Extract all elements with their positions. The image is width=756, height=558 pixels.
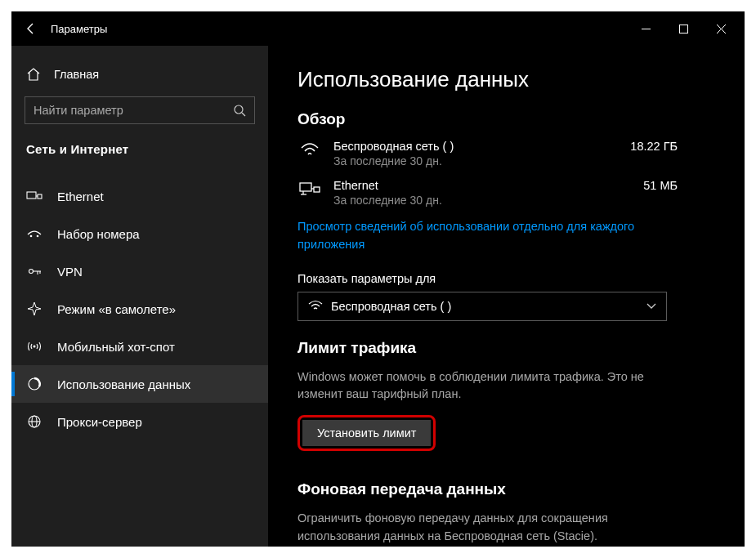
nav-item-airplane[interactable]: Режим «в самолете»: [11, 290, 268, 328]
usage-value: 18.22 ГБ: [630, 140, 715, 153]
svg-line-5: [242, 113, 245, 116]
home-link[interactable]: Главная: [11, 60, 268, 96]
svg-rect-21: [314, 187, 320, 192]
background-desc: Ограничить фоновую передачу данных для с…: [297, 510, 657, 546]
svg-rect-1: [679, 25, 687, 33]
titlebar: Параметры: [11, 11, 745, 46]
maximize-button[interactable]: [664, 16, 702, 42]
svg-point-15: [34, 346, 36, 348]
svg-rect-6: [27, 192, 36, 199]
home-label: Главная: [54, 68, 99, 81]
search-input-wrapper[interactable]: [25, 96, 255, 124]
svg-point-4: [235, 105, 243, 114]
search-input[interactable]: [34, 104, 233, 117]
svg-rect-20: [300, 183, 311, 191]
chevron-down-icon: [646, 303, 656, 310]
hotspot-icon: [26, 339, 42, 354]
nav-item-data-usage[interactable]: Использование данных: [11, 365, 268, 403]
set-limit-button[interactable]: Установить лимит: [302, 420, 431, 446]
sidebar: Главная Сеть и Интернет Ethernet Набор н…: [11, 46, 268, 547]
highlight-frame: Установить лимит: [297, 415, 436, 451]
content-area: Использование данных Обзор Беспроводная …: [268, 46, 745, 547]
airplane-icon: [26, 301, 42, 316]
settings-window: Параметры Главная Сеть и Интернет: [11, 11, 745, 547]
nav-item-dialup[interactable]: Набор номера: [11, 215, 268, 252]
background-title: Фоновая передача данных: [297, 480, 715, 498]
svg-rect-7: [38, 194, 42, 199]
limit-title: Лимит трафика: [297, 339, 715, 357]
close-button[interactable]: [702, 16, 740, 42]
window-controls: [627, 16, 740, 42]
usage-value: 51 МБ: [643, 179, 715, 192]
home-icon: [26, 67, 41, 82]
wifi-icon: [308, 300, 323, 312]
show-for-label: Показать параметры для: [297, 272, 715, 285]
svg-point-11: [29, 270, 34, 274]
usage-row-ethernet: Ethernet За последние 30 дн. 51 МБ: [297, 179, 715, 207]
vpn-icon: [26, 266, 42, 277]
usage-sub: За последние 30 дн.: [333, 154, 619, 167]
usage-name: Ethernet: [333, 179, 632, 192]
overview-title: Обзор: [297, 110, 715, 128]
svg-point-10: [37, 235, 39, 238]
page-title: Использование данных: [297, 67, 715, 92]
svg-point-9: [30, 235, 33, 238]
usage-sub: За последние 30 дн.: [333, 194, 632, 207]
category-title: Сеть и Интернет: [11, 142, 268, 166]
network-dropdown[interactable]: Беспроводная сеть ( ): [297, 292, 667, 321]
window-title: Параметры: [51, 23, 107, 35]
ethernet-icon: [26, 190, 42, 203]
nav-label: Ethernet: [57, 190, 104, 203]
per-app-link[interactable]: Просмотр сведений об использовании отдел…: [297, 218, 641, 254]
proxy-icon: [26, 414, 42, 429]
ethernet-icon: [297, 179, 322, 197]
nav-label: Использование данных: [57, 377, 190, 391]
wifi-icon: [297, 140, 322, 158]
nav-item-vpn[interactable]: VPN: [11, 252, 268, 290]
nav-item-ethernet[interactable]: Ethernet: [11, 177, 268, 215]
nav-list: Ethernet Набор номера VPN Режим «в самол…: [11, 177, 268, 440]
dropdown-value: Беспроводная сеть ( ): [331, 300, 646, 313]
nav-label: Режим «в самолете»: [57, 302, 176, 316]
nav-label: Мобильный хот-спот: [57, 340, 175, 354]
nav-label: Набор номера: [57, 227, 140, 241]
back-button[interactable]: [16, 14, 46, 43]
nav-item-proxy[interactable]: Прокси-сервер: [11, 403, 268, 440]
minimize-button[interactable]: [627, 16, 664, 42]
usage-name: Беспроводная сеть ( ): [333, 140, 619, 153]
nav-label: Прокси-сервер: [57, 415, 142, 429]
limit-desc: Windows может помочь в соблюдении лимита…: [297, 368, 657, 404]
nav-label: VPN: [57, 265, 83, 279]
nav-item-hotspot[interactable]: Мобильный хот-спот: [11, 328, 268, 365]
search-icon: [233, 104, 246, 117]
data-usage-icon: [26, 377, 42, 391]
dialup-icon: [26, 228, 42, 239]
usage-row-wifi: Беспроводная сеть ( ) За последние 30 дн…: [297, 140, 715, 167]
